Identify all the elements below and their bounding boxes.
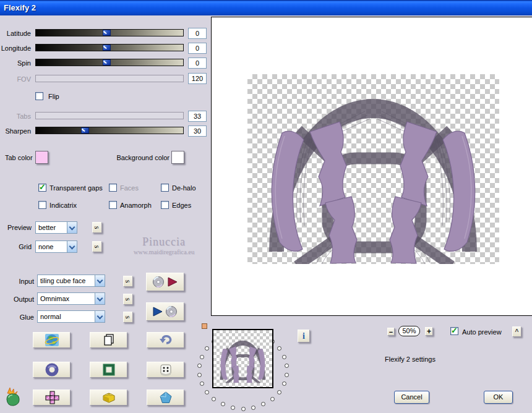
dice-icon xyxy=(158,363,173,377)
fov-value[interactable]: 120 xyxy=(188,73,207,84)
preview-label: Preview xyxy=(0,224,32,232)
window-title: Flexify 2 xyxy=(0,1,532,15)
grid-shuffle-button[interactable]: s xyxy=(92,241,102,252)
transparent-gaps-checkbox[interactable]: ✓ xyxy=(38,184,46,192)
zoom-out-button[interactable]: − xyxy=(387,328,395,336)
preset-dot[interactable] xyxy=(205,346,209,351)
preset-dot[interactable] xyxy=(261,402,265,406)
preset-dot[interactable] xyxy=(241,407,246,411)
spin-slider[interactable] xyxy=(35,59,184,66)
gem-button[interactable] xyxy=(147,390,184,406)
title-bar[interactable]: Flexify 2 xyxy=(0,0,532,15)
info-button[interactable]: i xyxy=(298,330,310,343)
disc-export-icon xyxy=(151,276,179,288)
preset-dot[interactable] xyxy=(221,402,225,406)
preset-dot[interactable] xyxy=(251,406,255,410)
preset-thumbnail[interactable] xyxy=(212,329,273,388)
longitude-label: Longitude xyxy=(0,45,31,53)
export-settings-button[interactable] xyxy=(146,273,184,291)
glue-dropdown[interactable]: normal xyxy=(37,310,105,323)
zoom-in-button[interactable]: + xyxy=(425,327,433,336)
undo-arrow-icon xyxy=(158,333,173,347)
globe-button[interactable] xyxy=(33,332,71,348)
chevron-down-icon[interactable] xyxy=(95,293,105,304)
latitude-slider[interactable] xyxy=(35,29,184,36)
glue-shuffle-button[interactable]: s xyxy=(123,312,133,323)
unfolded-cube-icon xyxy=(43,391,61,404)
output-shuffle-button[interactable]: s xyxy=(123,294,133,305)
sharpen-value[interactable]: 30 xyxy=(188,126,207,137)
latitude-value[interactable]: 0 xyxy=(188,28,207,39)
preset-dot[interactable] xyxy=(282,381,286,386)
preview-dropdown[interactable]: better xyxy=(35,221,77,234)
sharpen-slider[interactable] xyxy=(35,127,184,134)
preset-dot[interactable] xyxy=(197,364,202,368)
zoom-level[interactable]: 50% xyxy=(398,326,420,336)
auto-preview-checkbox[interactable]: ✓ xyxy=(450,327,458,335)
square-ring-button[interactable] xyxy=(90,362,127,378)
longitude-slider[interactable] xyxy=(35,44,184,51)
dice-button[interactable] xyxy=(147,362,184,378)
tabs-value[interactable]: 33 xyxy=(188,111,207,122)
glue-dropdown-value: normal xyxy=(40,313,61,320)
chevron-down-icon[interactable] xyxy=(95,311,105,322)
settings-status-text: Flexify 2 settings xyxy=(385,356,435,363)
preset-dot[interactable] xyxy=(200,355,204,359)
cancel-button[interactable]: Cancel xyxy=(394,391,429,404)
preset-dot[interactable] xyxy=(205,390,209,394)
preset-dot[interactable] xyxy=(197,373,202,377)
preset-dot[interactable] xyxy=(270,397,275,401)
preset-dot[interactable] xyxy=(277,390,281,394)
background-color-swatch[interactable] xyxy=(171,151,184,164)
latitude-slider-thumb[interactable] xyxy=(103,30,111,36)
watermark-name: Pinuccia xyxy=(127,236,201,249)
input-shuffle-button[interactable]: s xyxy=(123,276,133,287)
sharpen-slider-thumb[interactable] xyxy=(81,127,89,134)
thumbnail-dome xyxy=(213,330,272,387)
copy-button[interactable] xyxy=(90,332,127,348)
anamorph-checkbox[interactable]: ✓ xyxy=(109,201,117,209)
indicatrix-checkbox[interactable]: ✓ xyxy=(38,201,46,209)
preview-panel[interactable] xyxy=(211,17,532,316)
preset-dot[interactable] xyxy=(200,381,204,386)
flip-checkbox[interactable]: ✓ xyxy=(35,92,43,100)
glue-label: Glue xyxy=(0,313,34,321)
de-halo-label: De-halo xyxy=(172,184,196,192)
chevron-down-icon[interactable] xyxy=(95,275,105,286)
spin-label: Spin xyxy=(0,59,31,67)
import-settings-button[interactable] xyxy=(146,302,184,321)
longitude-slider-thumb[interactable] xyxy=(103,45,111,51)
auto-preview-label: Auto preview xyxy=(462,328,502,336)
preset-dot[interactable] xyxy=(285,364,289,368)
preset-dot[interactable] xyxy=(282,355,286,359)
unfold-button[interactable] xyxy=(33,390,71,406)
brick-button[interactable] xyxy=(90,390,127,406)
gem-icon xyxy=(159,391,173,404)
spin-slider-thumb[interactable] xyxy=(103,59,111,66)
fov-label: FOV xyxy=(0,75,31,83)
output-dropdown[interactable]: Omnimax xyxy=(37,292,105,305)
preset-dot[interactable] xyxy=(277,346,281,351)
grid-label: Grid xyxy=(0,243,32,251)
preset-marker-square[interactable] xyxy=(202,323,207,329)
watermark-url: www.maidiregrafica.eu xyxy=(122,249,205,255)
ok-button[interactable]: OK xyxy=(484,391,513,404)
collapse-button[interactable]: ^ xyxy=(512,326,521,337)
de-halo-checkbox[interactable]: ✓ xyxy=(161,184,169,192)
torus-button[interactable] xyxy=(33,362,71,378)
tab-color-swatch[interactable] xyxy=(35,151,48,164)
preview-shuffle-button[interactable]: s xyxy=(92,222,102,233)
grid-dropdown[interactable]: none xyxy=(35,241,77,253)
undo-button[interactable] xyxy=(147,332,184,348)
chevron-down-icon[interactable] xyxy=(67,222,77,233)
input-label: Input xyxy=(0,278,34,286)
output-dropdown-value: Omnimax xyxy=(40,295,69,302)
spin-value[interactable]: 0 xyxy=(188,57,207,69)
input-dropdown[interactable]: tiling cube face xyxy=(37,275,105,287)
preset-dot[interactable] xyxy=(231,406,235,410)
preset-dot[interactable] xyxy=(285,373,289,377)
longitude-value[interactable]: 0 xyxy=(188,43,207,54)
preset-dot[interactable] xyxy=(212,397,216,401)
chevron-down-icon[interactable] xyxy=(67,241,77,252)
edges-checkbox[interactable]: ✓ xyxy=(161,201,169,209)
